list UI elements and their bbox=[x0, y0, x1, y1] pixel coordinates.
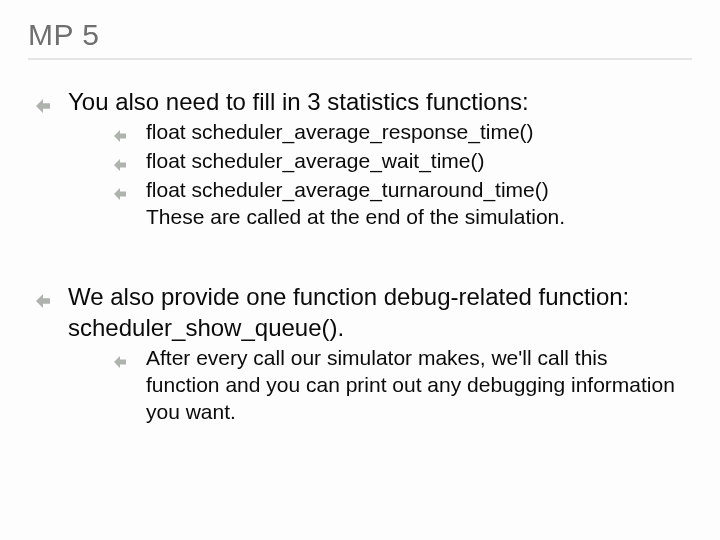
bullet-marker-icon bbox=[114, 356, 126, 368]
bullet-item: After every call our simulator makes, we… bbox=[114, 345, 680, 426]
bullet-item: float scheduler_average_response_time() bbox=[114, 119, 680, 146]
bullet-text: float scheduler_average_response_time() bbox=[146, 120, 534, 143]
slide-title: MP 5 bbox=[28, 18, 692, 52]
bullet-marker-icon bbox=[114, 188, 126, 200]
bullet-item: You also need to fill in 3 statistics fu… bbox=[36, 86, 680, 231]
bullet-list-level1: You also need to fill in 3 statistics fu… bbox=[36, 86, 680, 231]
slide: MP 5 You also need to fill in 3 statisti… bbox=[0, 0, 720, 540]
slide-content: You also need to fill in 3 statistics fu… bbox=[28, 86, 692, 426]
bullet-marker-icon bbox=[36, 294, 50, 308]
bullet-item: float scheduler_average_turnaround_time(… bbox=[114, 177, 680, 231]
bullet-marker-icon bbox=[114, 130, 126, 142]
title-block: MP 5 bbox=[28, 18, 692, 60]
bullet-list-level2: After every call our simulator makes, we… bbox=[114, 345, 680, 426]
bullet-list-level1: We also provide one function debug-relat… bbox=[36, 281, 680, 426]
bullet-text: After every call our simulator makes, we… bbox=[146, 346, 675, 423]
spacer bbox=[36, 241, 680, 271]
bullet-marker-icon bbox=[36, 99, 50, 113]
bullet-text: float scheduler_average_turnaround_time(… bbox=[146, 178, 549, 201]
bullet-text: You also need to fill in 3 statistics fu… bbox=[68, 88, 529, 115]
bullet-item: float scheduler_average_wait_time() bbox=[114, 148, 680, 175]
bullet-continuation: These are called at the end of the simul… bbox=[146, 204, 680, 231]
bullet-list-level2: float scheduler_average_response_time() … bbox=[114, 119, 680, 231]
bullet-item: We also provide one function debug-relat… bbox=[36, 281, 680, 426]
bullet-text: We also provide one function debug-relat… bbox=[68, 283, 629, 341]
bullet-marker-icon bbox=[114, 159, 126, 171]
bullet-text: float scheduler_average_wait_time() bbox=[146, 149, 485, 172]
